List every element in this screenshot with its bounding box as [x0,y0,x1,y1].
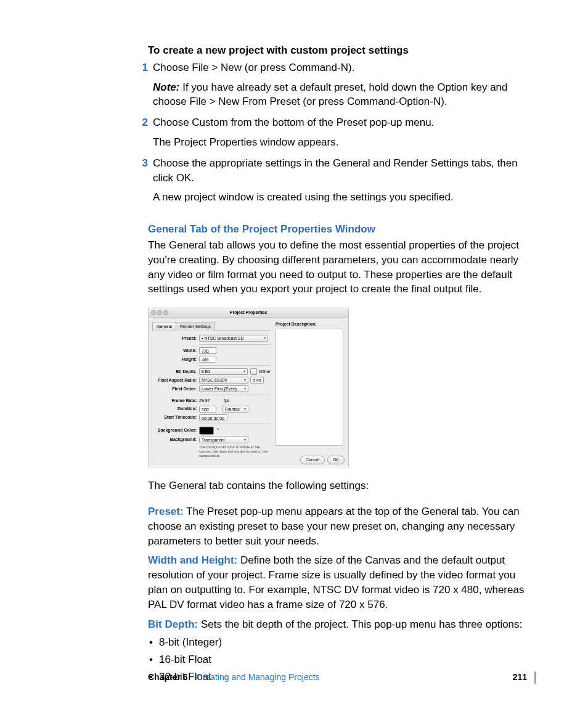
def-preset-term: Preset: [148,506,184,517]
window-titlebar: Project Properties [149,308,348,318]
description-textarea[interactable] [276,329,343,446]
procedure-title: To create a new project with custom proj… [148,43,536,58]
ok-button[interactable]: OK [327,456,345,464]
cancel-button[interactable]: Cancel [300,456,325,464]
footer-title: Creating and Managing Projects [197,671,320,684]
step-2: 2 Choose Custom from the bottom of the P… [148,115,536,150]
footer-chapter: Chapter 6 [148,671,188,684]
preset-select[interactable]: • NTSC Broadcast SD▾ [199,335,268,342]
par-value-input[interactable]: 0.90 [250,377,264,384]
tab-render-settings[interactable]: Render Settings [176,322,215,331]
par-label: Pixel Aspect Ratio: [152,377,199,384]
timecode-label: Start Timecode: [152,414,199,421]
page-footer: Chapter 6 Creating and Managing Projects… [148,671,536,684]
height-input[interactable]: 486 [199,356,216,363]
section-paragraph: The General tab allows you to define the… [148,238,536,297]
fieldorder-label: Field Order: [152,386,199,392]
tab-bar: General Render Settings [152,321,271,331]
bgcolor-swatch[interactable] [199,427,214,435]
framerate-label: Frame Rate: [152,398,199,404]
window-title: Project Properties [149,310,348,316]
dither-label: Dither [259,369,271,375]
width-input[interactable]: 720 [199,347,216,354]
step-number: 2 [134,115,153,150]
step-result: The Project Properties window appears. [153,135,536,150]
timecode-input[interactable]: 00:00:00:00 [199,414,227,421]
background-hint: The background color is visible in the c… [199,445,271,459]
note-label: Note: [153,81,179,93]
list-item: 8-bit (Integer) [148,635,536,650]
note-text: If you have already set a default preset… [153,81,508,108]
step-number: 3 [134,156,153,205]
bitdepth-label: Bit Depth: [152,369,199,375]
step-3: 3 Choose the appropriate settings in the… [148,156,536,205]
step-note: Note: If you have already set a default … [153,80,536,110]
step-text: Choose the appropriate settings in the G… [153,156,536,186]
section-heading: General Tab of the Project Properties Wi… [148,222,536,237]
project-properties-screenshot: Project Properties General Render Settin… [148,308,349,467]
list-item: 16-bit Float [148,652,536,667]
step-result: A new project window is created using th… [153,190,536,205]
description-label: Project Description: [276,321,343,327]
def-preset-body: The Preset pop-up menu appears at the to… [148,506,520,547]
duration-input[interactable]: 300 [199,406,216,413]
framerate-value: 29.97 [199,398,216,404]
intro-settings-text: The General tab contains the following s… [148,478,536,493]
fieldorder-select[interactable]: Lower First (Even)▾ [199,385,248,392]
step-number: 1 [134,60,153,109]
duration-unit-select[interactable]: Frames▾ [223,406,248,413]
par-select[interactable]: NTSC D1/DV▾ [199,377,248,384]
def-bit-depth: Bit Depth: Sets the bit depth of the pro… [148,617,536,632]
step-1: 1 Choose File > New (or press Command-N)… [148,60,536,109]
def-bd-body: Sets the bit depth of the project. This … [201,618,522,630]
background-label: Background: [152,437,199,443]
footer-page-number: 211 [513,671,536,684]
def-wh-term: Width and Height: [148,554,237,566]
def-preset: Preset: The Preset pop-up menu appears a… [148,504,536,548]
bgcolor-label: Background Color: [152,427,199,433]
step-text: Choose File > New (or press Command-N). [153,60,536,75]
tab-general[interactable]: General [152,322,176,331]
def-width-height: Width and Height: Define both the size o… [148,553,536,612]
preset-label: Preset: [152,335,199,342]
width-label: Width: [152,348,199,354]
dither-checkbox[interactable] [250,368,257,375]
duration-label: Duration: [152,406,199,412]
bitdepth-select[interactable]: 8 Bit▾ [199,368,248,375]
background-select[interactable]: Transparent▾ [199,437,248,443]
height-label: Height: [152,356,199,363]
step-text: Choose Custom from the bottom of the Pre… [153,115,536,130]
def-bd-term: Bit Depth: [148,618,198,630]
framerate-unit: fps [224,398,229,404]
